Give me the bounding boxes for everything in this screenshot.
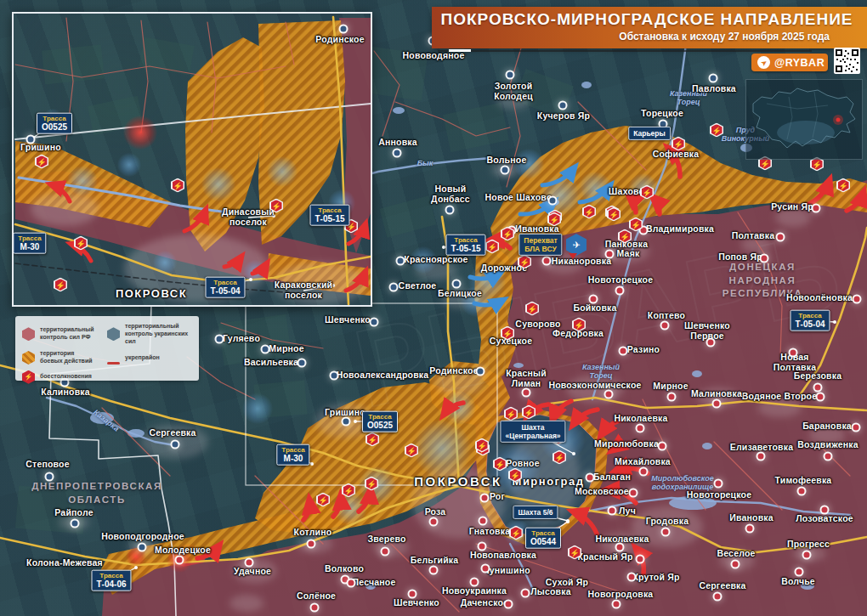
badge-connector	[31, 123, 54, 139]
map-subtitle: Обстановка к исходу 27 ноября 2025 года	[619, 31, 830, 42]
legend-item-label: территориальный контроль украинских сил	[125, 323, 189, 345]
attack-arrow	[601, 418, 629, 435]
attack-arrow	[51, 184, 70, 201]
attack-arrow	[359, 489, 371, 511]
attack-arrow	[184, 210, 206, 231]
attack-arrow	[527, 404, 548, 416]
attack-arrow	[303, 500, 309, 520]
qr-code	[834, 48, 860, 74]
badge-connector-dot	[354, 420, 357, 423]
badge-connector	[330, 215, 347, 223]
legend-fortline-swatch	[107, 362, 120, 365]
ukraine-overview-minimap	[745, 79, 863, 160]
scale-bar	[438, 50, 812, 52]
attack-arrow	[474, 300, 503, 305]
badge-connector	[111, 568, 136, 580]
rybar-channel-badge: ➤ @RYBAR	[751, 54, 828, 71]
attack-arrow	[636, 548, 643, 574]
legend-fortline-icon	[107, 357, 120, 359]
badge-connector-dot	[310, 462, 314, 466]
legend-item: укрепрайон	[107, 350, 192, 365]
map-legend: территориальный контроль сил РФтерритори…	[15, 316, 199, 381]
attack-arrow	[71, 244, 91, 261]
badge-connector-dot	[332, 284, 335, 287]
attack-arrow	[346, 272, 366, 291]
badge-connector-dot	[833, 320, 836, 324]
badge-connector-dot	[249, 278, 252, 281]
attack-arrow	[542, 167, 575, 185]
attack-arrow	[615, 468, 648, 473]
badge-connector	[303, 285, 333, 291]
attack-arrow	[847, 192, 864, 211]
badge-connector-dot	[566, 519, 570, 523]
badge-connector	[536, 512, 568, 521]
highlight-marker	[836, 118, 841, 122]
legend-ua-icon	[107, 327, 120, 341]
badge-connector-dot	[442, 246, 445, 249]
attack-arrow	[252, 263, 267, 274]
attack-arrow	[580, 185, 610, 202]
badge-connector	[225, 280, 251, 287]
attack-arrow	[197, 545, 219, 558]
inset-map-pokrovsk: РодинскоеГришиноДинасовый поселокКараков…	[12, 12, 372, 307]
legend-item-label: территориальный контроль сил РФ	[40, 326, 94, 342]
telegram-icon: ➤	[757, 56, 770, 69]
attack-arrow	[573, 511, 597, 534]
legend-item: территориальный контроль украинских сил	[107, 323, 192, 345]
badge-connector	[810, 320, 835, 322]
attack-arrow	[628, 194, 636, 212]
attack-arrow	[573, 410, 598, 425]
badge-connector	[293, 455, 312, 464]
legend-clash-icon: ⚡	[22, 370, 35, 384]
badge-connector	[543, 522, 568, 538]
attack-arrow	[653, 197, 660, 214]
attack-arrow	[348, 224, 366, 244]
attack-arrow	[552, 401, 571, 420]
legend-item: территориальный контроль сил РФ	[22, 323, 107, 345]
legend-clash-swatch: ⚡	[22, 370, 35, 384]
badge-connector	[248, 216, 274, 218]
channel-name: @RYBAR	[774, 57, 824, 69]
scale-bar-tick	[449, 49, 471, 52]
legend-item: территория боевых действий	[22, 350, 107, 365]
badge-connector-dot	[345, 222, 348, 225]
legend-item: ⚡боестолкновения	[22, 370, 107, 384]
legend-item-label: укрепрайон	[125, 354, 160, 362]
legend-rf-swatch	[22, 327, 35, 341]
badge-connector-dot	[134, 566, 138, 569]
badge-connector	[444, 245, 466, 247]
legend-item-label: территория боевых действий	[40, 350, 92, 365]
inset-arrows-layer	[14, 14, 371, 305]
badge-connector-dot	[29, 138, 32, 141]
attack-arrow	[490, 240, 510, 248]
title-banner: ПОКРОВСКО-МИРНОГРАДСКОЕ НАПРАВЛЕНИЕ Обст…	[432, 7, 867, 48]
ukraine-south-regions	[777, 121, 835, 144]
badge-connector	[533, 432, 574, 454]
attack-arrow	[668, 148, 680, 177]
map-title: ПОКРОВСКО-МИРНОГРАДСКОЕ НАПРАВЛЕНИЕ	[432, 10, 862, 29]
attack-arrow	[806, 180, 830, 206]
attack-arrow	[444, 403, 463, 415]
ukraine-outline	[746, 80, 860, 157]
badge-connector-dot	[572, 452, 575, 455]
legend-combat-swatch	[22, 351, 35, 365]
attack-arrow	[605, 490, 636, 503]
legend-ua-swatch	[107, 327, 120, 341]
attack-arrow	[333, 495, 341, 517]
attack-arrow	[470, 274, 500, 279]
legend-combat-icon	[22, 351, 35, 365]
legend-rf-icon	[22, 327, 35, 341]
attack-arrow	[520, 201, 554, 214]
attack-arrow	[224, 257, 241, 267]
map-stage: РЫБАРЬ ДНЕПРОПЕТРОВСКАЯ ОБЛАСТЬДОНЕЦКАЯ …	[0, 0, 867, 616]
legend-item-label: боестолкновения	[40, 373, 92, 381]
attack-arrow	[612, 443, 643, 450]
badge-connector-dot	[272, 214, 275, 218]
